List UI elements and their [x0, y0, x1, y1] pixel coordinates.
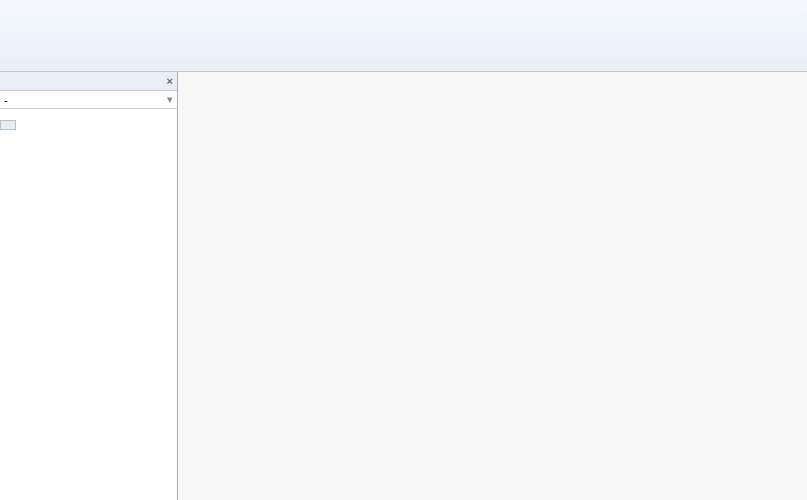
drawing-canvas[interactable]: [178, 72, 807, 500]
ribbon-toolbar: [0, 0, 807, 72]
project-browser-header: ×: [0, 72, 177, 91]
select-side-tab[interactable]: [0, 120, 16, 130]
floor-plan-drawing: [178, 72, 807, 500]
project-browser-root[interactable]: - ▾: [0, 91, 177, 109]
close-icon[interactable]: ×: [167, 75, 173, 87]
project-browser-panel: × - ▾: [0, 72, 178, 500]
project-tree: [0, 109, 177, 500]
workspace: × - ▾: [0, 72, 807, 500]
